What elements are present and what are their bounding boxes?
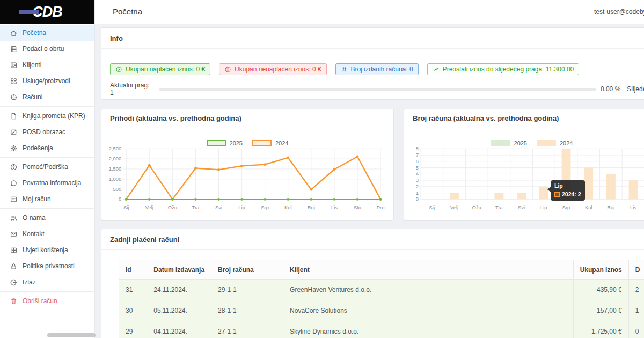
info-card-body: Ukupan naplaćen iznos: 0 €Ukupan nenapla…	[101, 49, 644, 97]
svg-text:Svi: Svi	[518, 204, 525, 210]
table-cell: 0	[628, 321, 644, 338]
table-cell: 1	[628, 300, 644, 321]
table-row[interactable]: 3005.11.2024.28-1-1NovaCore Solutions157…	[119, 300, 644, 321]
table-column-header: Datum izdavanja	[147, 260, 211, 280]
sidebar-item-usluge-proizvodi[interactable]: Usluge/proizvodi	[0, 73, 94, 89]
table-cell: 04.11.2024.	[147, 321, 211, 338]
sidebar-item-podaci-o-obrtu[interactable]: Podaci o obrtu	[0, 41, 94, 57]
check-circle-icon	[115, 66, 122, 73]
sidebar: CDB PočetnaPodaci o obrtuKlijentiUsluge/…	[0, 0, 95, 338]
threshold-progress-percent: 0.00 %	[601, 85, 620, 93]
svg-text:3: 3	[416, 177, 419, 183]
sidebar-item-label: Usluge/proizvodi	[23, 77, 70, 85]
table-row[interactable]: 2904.11.2024.27-1-1Skyline Dynamics d.o.…	[119, 321, 644, 338]
info-badge-2: Broj izdanih računa: 0	[335, 63, 419, 75]
sidebar-item-kontakt[interactable]: Kontakt	[0, 226, 94, 242]
topbar: Početna test-user@codebyte.h	[94, 0, 644, 24]
svg-text:Ožu: Ožu	[168, 204, 177, 210]
table-column-header: Ukupan iznos	[573, 260, 628, 280]
sidebar-item-label: Klijenti	[23, 61, 41, 69]
sidebar-item-povratna-informacija[interactable]: Povratna informacija	[0, 175, 94, 191]
invoice-count-bar-chart[interactable]: 012345678SijVeljOžuTraSviLipSrpKolRujLis	[404, 109, 644, 220]
sidebar-item-label: Početna	[23, 29, 46, 36]
svg-text:Tra: Tra	[192, 204, 200, 210]
table-cell: 435,90 €	[573, 280, 628, 300]
chart-tooltip: Lip 2024: 2	[551, 180, 585, 201]
sidebar-item-racuni[interactable]: Računi	[0, 89, 94, 105]
sidebar-item-moj-racun[interactable]: Moj račun	[0, 191, 94, 207]
svg-text:Lip: Lip	[540, 204, 547, 210]
sidebar-item-podesenja[interactable]: Podešenja	[0, 140, 94, 156]
table-row[interactable]: 3124.11.2024.29-1-1GreenHaven Ventures d…	[119, 280, 644, 300]
sidebar-item-label: Uvjeti korištenja	[23, 246, 68, 254]
tooltip-caret	[547, 187, 551, 192]
table-cell: 05.11.2024.	[147, 300, 211, 321]
table-cell: 157,00 €	[573, 300, 628, 321]
threshold-progress-row: Aktualni prag: 1 0.00 % Slijedeći	[110, 82, 644, 97]
logout-icon	[10, 278, 18, 286]
app-logo[interactable]: CDB	[0, 0, 94, 24]
table-column-header: Id	[119, 260, 147, 280]
table-cell: 24.11.2024.	[147, 280, 211, 300]
table-cell: 29	[119, 321, 147, 338]
sidebar-item-o-nama[interactable]: O nama	[0, 210, 94, 226]
svg-text:5: 5	[416, 165, 419, 171]
svg-text:Srp: Srp	[261, 204, 269, 210]
sidebar-item-klijenti[interactable]: Klijenti	[0, 57, 94, 73]
info-badge-label: Broj izdanih računa: 0	[351, 65, 413, 73]
table-cell: NovaCore Solutions	[283, 300, 574, 321]
gear-icon	[10, 144, 18, 152]
svg-text:Tra: Tra	[495, 204, 503, 210]
user-email[interactable]: test-user@codebyte.h	[594, 0, 644, 24]
home-icon	[10, 29, 18, 37]
threshold-progress-label: Aktualni prag: 1	[110, 82, 153, 97]
sidebar-nav: PočetnaPodaci o obrtuKlijentiUsluge/proi…	[0, 24, 94, 309]
paid-invoices-card: Zadnji plaćeni računi IdDatum izdavanjaB…	[101, 229, 644, 338]
sidebar-item-politika-privatnosti[interactable]: Politika privatnosti	[0, 258, 94, 274]
svg-text:Velj: Velj	[145, 204, 153, 210]
help-icon	[10, 163, 18, 171]
svg-text:Sij: Sij	[429, 204, 435, 210]
sidebar-item-label: Moj račun	[23, 195, 51, 203]
svg-text:Lip: Lip	[238, 204, 245, 210]
table-cell: 2	[628, 280, 644, 300]
svg-text:500: 500	[113, 186, 122, 192]
page-title: Početna	[113, 0, 142, 24]
invoices-icon	[10, 93, 18, 101]
revenue-line-chart[interactable]: 05001,0001,5002,0002,500SijVeljOžuTraSvi…	[101, 109, 393, 220]
svg-text:2: 2	[416, 183, 419, 189]
ledger-icon	[10, 112, 18, 120]
svg-text:1,500: 1,500	[109, 166, 121, 172]
sidebar-item-label: Pomoć/Podrška	[23, 163, 68, 171]
invoice-count-chart-card: Broj računa (aktualna vs. prethodna godi…	[404, 109, 644, 221]
table-cell: 31	[119, 280, 147, 300]
svg-text:0: 0	[119, 196, 121, 202]
sidebar-item-pomoc-podrska[interactable]: Pomoć/Podrška	[0, 159, 94, 175]
sidebar-item-pocetna[interactable]: Početna	[0, 25, 94, 41]
tooltip-value: 2024: 2	[562, 191, 581, 199]
sidebar-item-izlaz[interactable]: Izlaz	[0, 274, 94, 290]
svg-text:0: 0	[416, 196, 419, 202]
sidebar-item-label: Politika privatnosti	[23, 262, 75, 270]
svg-text:Ožu: Ožu	[472, 204, 481, 210]
hash-icon	[341, 66, 348, 73]
svg-text:Lis: Lis	[630, 204, 636, 210]
about-icon	[10, 214, 18, 222]
svg-text:1: 1	[416, 190, 419, 196]
svg-text:Sij: Sij	[123, 204, 129, 210]
sidebar-item-obrisi-racun[interactable]: Obriši račun	[0, 293, 94, 309]
info-badge-0: Ukupan naplaćen iznos: 0 €	[110, 63, 210, 75]
table-cell: 27-1-1	[211, 321, 283, 338]
clients-icon	[10, 61, 18, 69]
sidebar-item-knjiga-prometa[interactable]: Knjiga prometa (KPR)	[0, 108, 94, 124]
horizontal-scrollbar-thumb[interactable]	[47, 333, 96, 337]
info-card: Info Ukupan naplaćen iznos: 0 €Ukupan ne…	[101, 27, 644, 100]
sidebar-divider	[0, 106, 94, 107]
sidebar-item-label: Podešenja	[23, 144, 53, 152]
sidebar-item-uvjeti-koristenja[interactable]: Uvjeti korištenja	[0, 242, 94, 258]
sidebar-item-label: O nama	[23, 214, 46, 222]
sidebar-item-posd-obrazac[interactable]: POSD obrazac	[0, 124, 94, 140]
svg-text:7: 7	[416, 152, 419, 158]
svg-text:1,000: 1,000	[109, 176, 121, 182]
table-cell: 29-1-1	[211, 280, 283, 300]
